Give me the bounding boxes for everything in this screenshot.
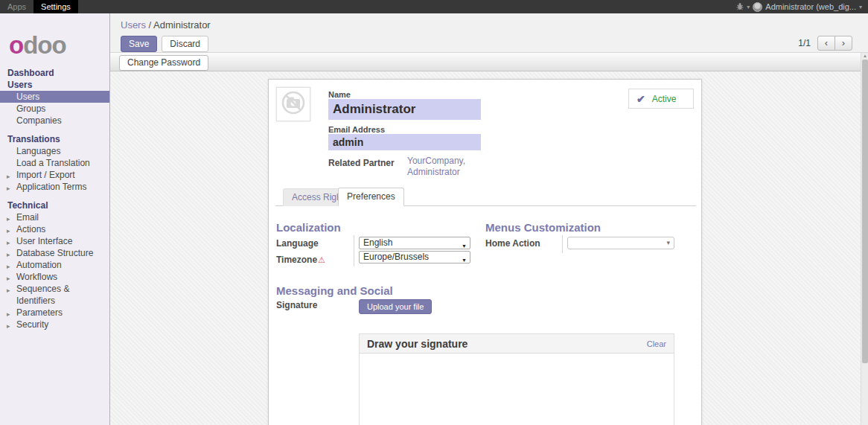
sidebar-item-security[interactable]: ▸Security [0, 319, 109, 330]
tab-preferences[interactable]: Preferences [338, 188, 404, 206]
sidebar-item-application-terms[interactable]: ▸Application Terms [0, 181, 109, 193]
secondary-sidebar: odoo Dashboard Users Users Groups Compan… [0, 13, 110, 425]
sidebar-item-import-export[interactable]: ▸Import / Export [0, 169, 109, 181]
sidebar-item-groups[interactable]: Groups [0, 103, 109, 115]
notebook-tabs: Access Rights Preferences [275, 189, 696, 206]
timezone-label: Timezone [276, 255, 317, 265]
record-avatar-placeholder[interactable] [276, 87, 310, 121]
user-menu-label[interactable]: Administrator (web_dig... [765, 2, 856, 11]
signature-label: Signature [276, 300, 317, 310]
expand-arrow-icon: ▸ [7, 182, 10, 194]
form-sheet: Name Email Address Related Partner YourC… [268, 79, 702, 425]
related-partner-link[interactable]: YourCompany, Administrator [407, 156, 478, 178]
timezone-label-row: Timezone⚠ [276, 252, 325, 266]
no-camera-icon [279, 89, 307, 120]
discard-button[interactable]: Discard [162, 36, 208, 52]
sidebar-item-users[interactable]: Users [0, 91, 109, 103]
sidebar-heading-technical: Technical [0, 199, 109, 211]
sidebar-heading-dashboard: Dashboard [0, 67, 109, 79]
expand-arrow-icon: ▸ [7, 284, 10, 296]
debug-caret-icon[interactable]: ▾ [747, 4, 750, 10]
related-partner-label: Related Partner [328, 158, 395, 168]
odoo-logo: odoo [0, 13, 109, 67]
signature-widget: Draw your signature Clear [359, 333, 674, 425]
sidebar-item-companies[interactable]: Companies [0, 115, 109, 127]
email-label: Email Address [328, 125, 385, 134]
language-select[interactable]: English ▼ [359, 237, 470, 249]
pager-next-button[interactable]: › [835, 36, 852, 51]
top-menubar: Apps Settings ▾ Administrator (web_dig..… [0, 0, 868, 13]
sidebar-item-load-a-translation[interactable]: Load a Translation [0, 157, 109, 169]
change-password-button[interactable]: Change Password [119, 55, 208, 71]
sidebar-item-sequences-identifiers[interactable]: ▸Sequences & Identifiers [0, 283, 109, 307]
sidebar-item-languages[interactable]: Languages [0, 145, 109, 157]
menus-customization-title: Menus Customization [485, 221, 601, 234]
save-button[interactable]: Save [121, 36, 157, 52]
timezone-warning-icon: ⚠ [318, 255, 325, 264]
signature-clear-button[interactable]: Clear [647, 339, 666, 348]
scroll-up-arrow-icon[interactable]: ▲ [861, 53, 868, 60]
signature-header: Draw your signature Clear [360, 334, 674, 354]
localization-title: Localization [276, 221, 341, 234]
breadcrumb-users-link[interactable]: Users [121, 19, 146, 31]
home-action-input[interactable]: ▾ [567, 237, 674, 249]
form-statusbar: Change Password [110, 53, 868, 71]
user-avatar [753, 2, 762, 12]
upload-file-button[interactable]: Upload your file [359, 299, 432, 314]
timezone-select[interactable]: Europe/Brussels ▼ [359, 251, 470, 263]
sidebar-item-parameters[interactable]: ▸Parameters [0, 307, 109, 319]
name-label: Name [328, 90, 351, 99]
pager-previous-button[interactable]: ‹ [817, 36, 835, 51]
sidebar-heading-users: Users [0, 79, 109, 91]
messaging-social-title: Messaging and Social [276, 284, 393, 297]
signature-title: Draw your signature [367, 338, 467, 350]
control-panel: Users / Administrator Save Discard 1/1 ‹… [110, 13, 868, 53]
sidebar-item-email[interactable]: ▸Email [0, 211, 109, 223]
menu-settings[interactable]: Settings [33, 0, 78, 13]
debug-icon[interactable] [736, 0, 744, 13]
check-icon: ✔ [636, 93, 645, 105]
home-action-label: Home Action [485, 238, 540, 249]
field-separator [354, 235, 354, 266]
dropdown-caret-icon: ▾ [666, 239, 670, 246]
sidebar-item-workflows[interactable]: ▸Workflows [0, 271, 109, 283]
sidebar-item-database-structure[interactable]: ▸Database Structure [0, 247, 109, 259]
active-label: Active [652, 94, 677, 104]
breadcrumb-current: Administrator [153, 19, 211, 31]
odoo-settings-window: Apps Settings ▾ Administrator (web_dig..… [0, 0, 868, 425]
name-input[interactable] [328, 99, 481, 120]
scrollbar-thumb[interactable] [862, 60, 868, 363]
select-caret-icon: ▼ [462, 255, 467, 266]
language-label: Language [276, 238, 319, 249]
signature-canvas[interactable] [360, 354, 674, 425]
expand-arrow-icon: ▸ [7, 320, 10, 332]
pager-counter: 1/1 [798, 38, 811, 48]
user-caret-icon[interactable]: ▾ [859, 4, 862, 10]
pager: 1/1 ‹ › [798, 36, 852, 51]
sidebar-item-user-interface[interactable]: ▸User Interface [0, 235, 109, 247]
sidebar-heading-translations: Translations [0, 133, 109, 145]
breadcrumb-separator: / [149, 19, 152, 31]
menu-apps[interactable]: Apps [0, 0, 33, 13]
sidebar-menu: Dashboard Users Users Groups Companies T… [0, 67, 109, 330]
vertical-scrollbar[interactable]: ▲ [861, 53, 868, 425]
email-input[interactable] [328, 134, 481, 150]
breadcrumb: Users / Administrator [121, 19, 211, 31]
sidebar-item-actions[interactable]: ▸Actions [0, 223, 109, 235]
active-checkbox[interactable]: ✔ Active [628, 89, 694, 109]
field-separator [562, 235, 563, 253]
sidebar-item-automation[interactable]: ▸Automation [0, 259, 109, 271]
select-caret-icon: ▼ [462, 240, 467, 252]
